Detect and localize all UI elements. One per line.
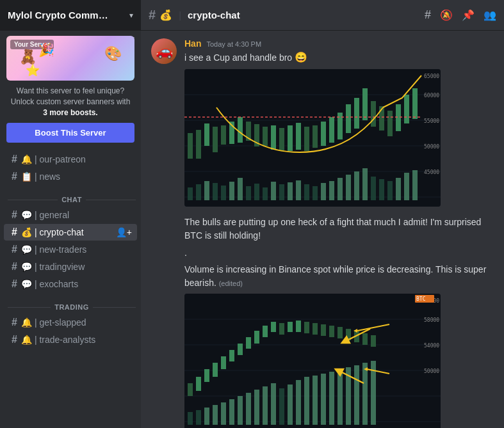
message-dot: . (151, 248, 494, 258)
pin-icon[interactable]: 📌 (462, 9, 475, 21)
topbar-channel-info: # 💰 | crypto-chat (149, 8, 240, 22)
svg-rect-15 (263, 187, 268, 200)
channel-item-crypto-chat[interactable]: # 💰 | crypto-chat 👤+ (4, 224, 137, 241)
topbar-separator: | (179, 10, 181, 20)
svg-rect-107 (271, 322, 276, 332)
svg-rect-28 (371, 177, 376, 200)
channel-icon: 📋 (21, 171, 32, 182)
channel-icon: 🔔 (21, 335, 32, 345)
svg-rect-9 (213, 183, 218, 200)
server-header[interactable]: Mylol Crypto Commu... ▾ (0, 0, 141, 31)
svg-rect-32 (404, 173, 409, 200)
svg-rect-87 (296, 380, 301, 425)
svg-rect-81 (246, 393, 251, 425)
svg-rect-13 (246, 186, 251, 200)
channel-item-exocharts[interactable]: # 💬 | exocharts (4, 276, 137, 292)
message-content: Han Today at 4:30 PM i see a Cup and han… (184, 38, 494, 210)
boost-count: 3 more boosts. (43, 108, 97, 117)
message-time: Today at 4:30 PM (206, 40, 261, 48)
svg-rect-24 (337, 178, 343, 200)
channel-icon: 💬 (21, 244, 32, 255)
boost-description: Want this server to feel unique? Unlock … (6, 86, 134, 118)
svg-rect-12 (238, 178, 243, 200)
svg-rect-84 (271, 383, 276, 425)
svg-text:BTC: BTC (416, 296, 426, 302)
svg-rect-112 (313, 323, 318, 335)
svg-rect-61 (412, 88, 418, 119)
svg-rect-30 (387, 181, 393, 200)
svg-rect-44 (271, 125, 276, 150)
message-text: i see a Cup and handle bro 😄 (184, 50, 494, 65)
svg-text:50000: 50000 (424, 144, 439, 150)
message-text: The bulls are putting up one heck of a f… (184, 216, 494, 242)
svg-rect-31 (396, 178, 401, 200)
channel-item-news[interactable]: # 📋 | news (4, 168, 137, 185)
svg-rect-35 (196, 130, 201, 159)
hash-icon: # (12, 278, 17, 290)
chart-svg-2: 62000 58000 54000 50000 BTC (184, 294, 441, 428)
search-icon[interactable]: # (425, 8, 431, 22)
channel-item-tradingview[interactable]: # 💬 | tradingview (4, 258, 137, 275)
members-icon[interactable]: 👥 (484, 9, 496, 21)
svg-rect-7 (196, 184, 201, 200)
svg-rect-79 (229, 399, 234, 425)
svg-rect-86 (288, 384, 293, 425)
svg-rect-8 (204, 181, 209, 200)
svg-rect-80 (238, 396, 243, 425)
add-member-icon[interactable]: 👤+ (116, 227, 132, 237)
svg-rect-74 (188, 412, 193, 425)
channel-icon: 💬 (21, 262, 32, 272)
channel-item-our-patreon[interactable]: # 🔔 | our-patreon (4, 151, 137, 168)
hash-icon: # (12, 209, 17, 221)
channel-item-get-slapped[interactable]: # 🔔 | get-slapped (4, 314, 137, 331)
svg-rect-115 (337, 327, 343, 338)
topbar: # 💰 | crypto-chat # 🔕 📌 👥 (141, 0, 504, 31)
svg-rect-109 (288, 322, 293, 332)
mute-icon[interactable]: 🔕 (440, 9, 453, 21)
svg-rect-29 (379, 179, 384, 200)
svg-rect-50 (321, 122, 326, 146)
svg-rect-14 (254, 184, 259, 200)
svg-rect-59 (396, 104, 401, 131)
svg-rect-113 (321, 324, 326, 336)
chevron-down-icon: ▾ (129, 11, 133, 20)
svg-rect-10 (221, 186, 226, 200)
channel-item-trade-analysts[interactable]: # 🔔 | trade-analysts (4, 331, 137, 348)
server-name: Mylol Crypto Commu... (8, 10, 110, 20)
chat-area: 🚗 Han Today at 4:30 PM i see a Cup and h… (141, 31, 504, 428)
topbar-channel-name: crypto-chat (188, 10, 240, 20)
svg-rect-23 (329, 181, 334, 200)
svg-rect-108 (279, 323, 284, 335)
svg-rect-45 (279, 128, 284, 150)
svg-rect-19 (296, 180, 301, 200)
svg-rect-40 (238, 117, 243, 143)
svg-text:58000: 58000 (424, 317, 439, 323)
channel-icon: 💰 (21, 227, 32, 237)
channel-item-new-traders[interactable]: # 💬 | new-traders (4, 241, 137, 258)
svg-rect-75 (196, 410, 201, 425)
svg-text:54000: 54000 (424, 343, 439, 349)
svg-rect-55 (362, 88, 368, 120)
chart-svg-1: 65000 60000 55000 50000 45000 (184, 69, 441, 207)
boost-image: Your Server 🧸 🎉 🎨 ⭐ (6, 36, 134, 81)
chat-section-divider: CHAT (0, 186, 141, 206)
svg-rect-91 (329, 372, 334, 425)
boost-button[interactable]: Boost This Server (6, 123, 134, 143)
message-author: Han (184, 38, 201, 49)
svg-rect-94 (354, 365, 359, 425)
edited-label: (edited) (219, 280, 243, 287)
chart-image-2: 62000 58000 54000 50000 BTC (184, 294, 441, 428)
message-continuation-2: Volume is increasing in Binance spot whi… (151, 263, 494, 428)
channel-name: | general (35, 210, 132, 220)
hash-icon: # (12, 334, 17, 345)
svg-rect-101 (221, 356, 226, 369)
trading-section-divider: TRADING (0, 293, 141, 313)
svg-rect-92 (337, 369, 343, 425)
svg-rect-54 (354, 98, 359, 129)
channel-list: # 🔔 | our-patreon # 📋 | news CHAT # 💬 | … (0, 150, 141, 428)
svg-rect-48 (304, 127, 309, 151)
channel-item-general[interactable]: # 💬 | general (4, 207, 137, 223)
svg-rect-95 (362, 363, 368, 425)
svg-rect-58 (387, 111, 393, 136)
message-header: Han Today at 4:30 PM (184, 38, 494, 49)
